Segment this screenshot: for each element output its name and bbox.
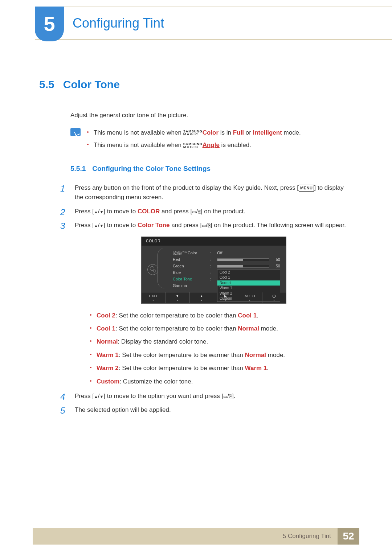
- step-number: 3: [60, 219, 65, 233]
- step-text: Press [: [75, 222, 94, 229]
- step-text: and press [: [160, 208, 192, 215]
- osd-row-label-selected: Color Tone: [173, 276, 205, 283]
- magic-angle-word: Angle: [203, 141, 220, 148]
- rect-icon: [202, 222, 206, 229]
- osd-value-green: 50: [217, 263, 280, 270]
- step-text: and press [: [170, 222, 202, 229]
- keyword: Warm 2: [97, 365, 119, 372]
- osd-labels: SAMSUNGMAGICColor Red Green Blue Color T…: [165, 250, 205, 289]
- up-arrow-icon: [94, 393, 98, 399]
- step-item: 2 Press [/] to move to COLOR and press […: [60, 207, 353, 216]
- step-item: 4 Press [/] to move to the option you wa…: [60, 391, 353, 401]
- step-text: Press [: [75, 208, 94, 215]
- page-footer: 5 Configuring Tint 52: [0, 528, 392, 545]
- step-text: Press any button on the front of the pro…: [75, 184, 299, 191]
- subsection-number: 5.5.1: [70, 163, 86, 174]
- up-arrow-icon: [94, 208, 98, 215]
- osd-footer-power: ⏻▾: [262, 292, 286, 303]
- samsung-magic-logo: SAMSUNGMAGIC: [183, 143, 203, 148]
- osd-footer-exit: EXIT▾: [142, 292, 166, 303]
- option-item: Warm 2: Set the color temperature to be …: [90, 364, 353, 373]
- section-title: Color Tone: [63, 76, 120, 93]
- down-arrow-icon: [100, 222, 104, 229]
- osd-colon-column: :::::: [210, 250, 212, 289]
- step-text: ] to move to: [103, 222, 138, 229]
- osd-category-icon-wrap: [147, 250, 160, 289]
- osd-option: Cool 2: [217, 270, 280, 275]
- page-body: 5.5 Color Tone Adjust the general color …: [0, 40, 392, 415]
- osd-slider-green-value: 50: [272, 263, 280, 269]
- step-number: 5: [60, 404, 65, 417]
- footer-chapter-text: 5 Configuring Tint: [283, 532, 331, 541]
- chapter-number-box: 5: [35, 7, 64, 41]
- palette-icon: [147, 264, 158, 275]
- osd-value-off: Off: [217, 250, 280, 257]
- keyword: Warm 1: [245, 365, 267, 372]
- keyword: Normal: [238, 325, 259, 332]
- osd-values: Off 50 50 Cool 2 Cool 1: [217, 250, 280, 289]
- step-number: 4: [60, 390, 65, 403]
- note-text: or: [244, 129, 253, 136]
- keyword: Custom: [97, 378, 119, 385]
- note-icon: [70, 128, 81, 136]
- enter-icon: [229, 393, 232, 399]
- keyword: COLOR: [138, 208, 160, 215]
- option-descriptions: Cool 2: Set the color temperature to be …: [90, 311, 353, 386]
- osd-body: SAMSUNGMAGICColor Red Green Blue Color T…: [142, 246, 286, 292]
- step-text: ].: [232, 393, 235, 399]
- osd-label-text: Color: [188, 250, 197, 256]
- option-text: .: [267, 365, 269, 372]
- osd-row-label: Blue: [173, 270, 205, 276]
- osd-option: Cool 1: [217, 275, 280, 280]
- enter-icon: [208, 222, 211, 229]
- section-number: 5.5: [39, 76, 54, 93]
- footer-bar: 5 Configuring Tint: [33, 528, 338, 545]
- option-text: : Set the color temperature to be cooler…: [115, 312, 238, 319]
- note-list: This menu is not available when SAMSUNGM…: [87, 128, 301, 153]
- option-text: : Customize the color tone.: [119, 378, 193, 385]
- samsung-magic-logo: SAMSUNGMAGIC: [183, 130, 203, 136]
- osd-footer-right: ▶▾: [214, 292, 238, 303]
- enter-icon: [198, 208, 201, 215]
- keyword: Cool 1: [97, 325, 115, 332]
- step-number: 2: [60, 205, 65, 219]
- osd-option: Warm 1: [217, 286, 280, 291]
- subsection-title: Configuring the Color Tone Settings: [92, 163, 211, 174]
- osd-row-label: Gamma: [173, 283, 205, 289]
- page-header: 5 Configuring Tint: [0, 7, 392, 40]
- osd-footer-auto: AUTO▾: [238, 292, 262, 303]
- osd-screenshot: COLOR SAMSUNGMAGICColor Red Green Blue C…: [141, 237, 286, 303]
- section-heading: 5.5 Color Tone: [39, 76, 353, 93]
- option-item: Cool 1: Set the color temperature to be …: [90, 324, 353, 333]
- osd-footer-up: ▲▾: [190, 292, 214, 303]
- option-item: Cool 2: Set the color temperature to be …: [90, 311, 353, 320]
- option-text: .: [257, 312, 258, 319]
- section-lead: Adjust the general color tone of the pic…: [70, 111, 353, 120]
- osd-value-dropdown: Cool 2 Cool 1 Normal Warm 1 Warm 2 Custo…: [217, 270, 280, 276]
- step-item: 3 Press [/] to move to Color Tone and pr…: [60, 221, 353, 386]
- note-text: is in: [219, 129, 233, 136]
- option-item: Warm 1: Set the color temperature to be …: [90, 350, 353, 360]
- osd-footer-down: ▼▾: [166, 292, 190, 303]
- samsung-magic-mini-logo: SAMSUNGMAGIC: [173, 251, 187, 256]
- rect-icon: [192, 208, 196, 215]
- header-gap: [0, 7, 35, 40]
- footer-page-number: 52: [338, 528, 359, 545]
- option-item: Normal: Display the standard color tone.: [90, 337, 353, 346]
- footer-tail: [359, 528, 392, 545]
- osd-option-selected: Normal: [217, 280, 280, 286]
- osd-title: COLOR: [142, 237, 286, 246]
- note-text: This menu is not available when: [94, 129, 183, 136]
- step-item: 1 Press any button on the front of the p…: [60, 183, 353, 202]
- step-text: The selected option will be applied.: [75, 406, 171, 413]
- keyword: Color Tone: [138, 222, 170, 229]
- down-arrow-icon: [100, 393, 104, 399]
- step-item: 5 The selected option will be applied.: [60, 405, 353, 415]
- note-item: This menu is not available when SAMSUNGM…: [87, 140, 301, 150]
- step-number: 1: [60, 182, 65, 195]
- step-text: ] on the product.: [201, 208, 245, 215]
- keyword: Warm 1: [97, 352, 119, 358]
- step-text: ] on the product. The following screen w…: [211, 222, 346, 229]
- up-arrow-icon: [94, 222, 98, 229]
- osd-slider-red-value: 50: [272, 257, 280, 263]
